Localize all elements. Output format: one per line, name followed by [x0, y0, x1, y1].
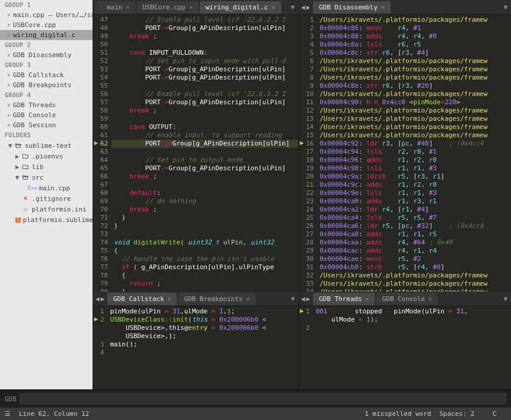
dropdown-icon[interactable]: ▼ — [287, 295, 298, 303]
code-line[interactable]: PORT->Group[g_APinDescription[ulPin] — [111, 65, 298, 74]
code-line[interactable]: /Users/ikravets/.platformio/packages/fra… — [317, 272, 511, 280]
close-icon[interactable]: × — [167, 296, 171, 302]
close-icon[interactable]: × — [7, 32, 11, 38]
status-position[interactable]: Line 62, Column 12 — [19, 410, 89, 418]
chevron-icon[interactable]: ▼ — [8, 142, 14, 150]
code-line[interactable]: void digitalWrite( uint32_t ulPin, uint3… — [111, 239, 298, 247]
code-line[interactable]: 0x00004ca8: adds r1, r1, r5 — [317, 230, 511, 239]
editor-body[interactable]: ▶474849505152535455565758596061626364656… — [93, 15, 298, 292]
tab[interactable]: GDB Breakpoints× — [178, 293, 255, 305]
tree-row[interactable]: Splatformio.sublime — [5, 214, 93, 225]
code-line[interactable]: // Handle the case the pin isn't usable — [111, 255, 298, 263]
sidebar-file-item[interactable]: ×GDB Session — [0, 120, 93, 130]
sidebar-file-item[interactable]: ×GDB Console — [0, 110, 93, 120]
sidebar-file-item[interactable]: ×GDB Disassembly — [0, 50, 93, 60]
tree-row[interactable]: ▶lib — [5, 161, 93, 172]
code-line[interactable]: 0x00004cac: adds r4, r1, r4 — [317, 247, 511, 255]
status-spaces[interactable]: Spaces: 2 — [439, 410, 474, 418]
code-line[interactable]: 0x00004ca0: adds r1, r3, r1 — [317, 197, 511, 206]
close-icon[interactable]: × — [126, 4, 130, 11]
code-line[interactable]: { — [111, 272, 298, 280]
sidebar-file-item[interactable]: ×USBCore.cpp — [0, 20, 93, 30]
dropdown-icon[interactable]: ▼ — [500, 4, 511, 11]
status-lang[interactable]: C — [483, 410, 506, 418]
editor-body[interactable]: ▶1 2001 - stopped - pinMode(ulPin = 31, … — [299, 306, 511, 389]
code-line[interactable]: /Users/ikravets/.platformio/packages/fra… — [317, 65, 511, 74]
close-icon[interactable]: × — [7, 102, 11, 108]
code-line[interactable]: break ; — [111, 173, 298, 181]
code-line[interactable]: ulMode = 1); — [314, 316, 511, 324]
tree-row[interactable]: ▼src — [5, 172, 93, 183]
code-line[interactable]: break ; — [111, 32, 298, 41]
chevron-icon[interactable]: ▶ — [15, 153, 21, 160]
code-line[interactable]: 0x00004c92: ldr r3, [pc, #48] ; (0x4cc4 — [317, 140, 511, 148]
sidebar-file-item[interactable]: ×main.cpp — Users/…/sa — [0, 10, 93, 20]
editor-body[interactable]: ▶12 34pinMode(ulPin = 31,ulMode = 1,);US… — [93, 306, 298, 389]
sidebar-file-item[interactable]: ×wiring_digital.c — [0, 30, 93, 40]
code-line[interactable]: /Users/ikravets/.platformio/packages/fra… — [317, 115, 511, 123]
code-line[interactable] — [111, 181, 298, 189]
code-line[interactable]: /Users/ikravets/.platformio/packages/fra… — [317, 280, 511, 288]
code-area[interactable]: // Enable pull level (cf '22.6.3.2 I POR… — [111, 15, 298, 292]
code-line[interactable]: // Enable pull level (cf '22.6.3.2 I — [111, 16, 298, 24]
code-line[interactable]: 0x00004c9e: lsls r1, r1, #3 — [317, 189, 511, 197]
tree-row[interactable]: ▶.pioenvs — [5, 151, 93, 161]
code-line[interactable]: 0x00004c8a: lsls r6, r5 — [317, 41, 511, 49]
code-line[interactable]: /Users/ikravets/.platformio/packages/fra… — [317, 131, 511, 140]
close-icon[interactable]: × — [246, 296, 250, 302]
close-icon[interactable]: × — [7, 122, 11, 128]
dropdown-icon[interactable]: ▼ — [287, 4, 298, 11]
nav-forward-icon[interactable]: ▶ — [306, 295, 311, 303]
tab[interactable]: USBCore.cpp× — [137, 1, 199, 14]
close-icon[interactable]: × — [7, 112, 11, 118]
code-area[interactable]: /Users/ikravets/.platformio/packages/fra… — [317, 15, 511, 292]
code-line[interactable]: // Set pin to output mode — [111, 156, 298, 164]
code-line[interactable]: 0x00004ca4: lsls r5, r5, #7 — [317, 214, 511, 222]
tree-row[interactable]: ♦.gitignore — [5, 193, 93, 204]
status-spell[interactable]: 1 misspelled word — [365, 410, 431, 418]
close-icon[interactable]: × — [7, 82, 11, 88]
gdb-input[interactable] — [20, 393, 506, 404]
code-line[interactable]: USBDeviceClass::init(this = 0x200006b0 < — [108, 316, 298, 324]
code-line[interactable]: 0x00004c94: lsls r2, r0, #1 — [317, 148, 511, 156]
tree-row[interactable]: C++main.cpp — [5, 183, 93, 193]
code-line[interactable]: case INPUT_PULLDOWN: — [111, 49, 298, 57]
code-line[interactable]: /Users/ikravets/.platformio/packages/fra… — [317, 57, 511, 65]
tab[interactable]: wiring_digital.c× — [200, 1, 281, 14]
code-line[interactable]: USBDevice>,); — [108, 332, 298, 340]
dropdown-icon[interactable]: ▼ — [500, 295, 511, 303]
code-line[interactable]: 001 - stopped - pinMode(ulPin = 31, — [314, 307, 511, 316]
code-line[interactable]: 0x00004c9a: ldrsb r5, [r3, r1] — [317, 173, 511, 181]
code-line[interactable]: 0x00004c88: adds r4, r4, #0 — [317, 32, 511, 41]
code-line[interactable] — [111, 230, 298, 239]
code-line[interactable]: USBDevice>,this@entry = 0x200006b0 < — [108, 324, 298, 332]
code-line[interactable]: /Users/ikravets/.platformio/packages/fra… — [317, 16, 511, 24]
tree-row[interactable]: ▼sublime-text — [5, 140, 93, 151]
code-line[interactable]: 0x00004caa: adds r4, #64 ; 0x40 — [317, 239, 511, 247]
code-line[interactable]: 0x00004c9c: adds r1, r2, r0 — [317, 181, 511, 189]
code-line[interactable]: return ; — [111, 280, 298, 288]
menu-icon[interactable]: ☰ — [5, 410, 11, 418]
code-line[interactable]: /Users/ikravets/.platformio/packages/fra… — [317, 107, 511, 115]
tab[interactable]: GDB Console× — [376, 293, 438, 305]
code-line[interactable]: } — [111, 214, 298, 222]
tab[interactable]: GDB Threads× — [313, 293, 375, 305]
code-line[interactable]: /Users/ikravets/.platformio/packages/fra… — [317, 123, 511, 131]
close-icon[interactable]: × — [365, 296, 369, 302]
code-line[interactable] — [111, 115, 298, 123]
chevron-icon[interactable]: ▶ — [15, 163, 21, 171]
code-line[interactable] — [314, 324, 511, 332]
close-icon[interactable]: × — [189, 4, 193, 11]
code-line[interactable]: 0x00004c96: adds r1, r2, r0 — [317, 156, 511, 164]
nav-back-icon[interactable]: ◀ — [301, 295, 305, 303]
sidebar-file-item[interactable]: ×GDB Callstack — [0, 70, 93, 80]
sidebar-file-item[interactable]: ×GDB Threads — [0, 100, 93, 110]
code-line[interactable]: default: — [111, 189, 298, 197]
close-icon[interactable]: × — [7, 12, 11, 18]
code-line[interactable] — [111, 82, 298, 90]
code-line[interactable]: pinMode(ulPin = 31,ulMode = 1,); — [108, 307, 298, 316]
tree-row[interactable]: ⚙platformio.ini — [5, 204, 93, 214]
code-line[interactable]: // enable input, to support reading — [111, 131, 298, 140]
nav-back-icon[interactable]: ◀ — [95, 295, 100, 303]
code-line[interactable]: main(); — [108, 340, 298, 349]
